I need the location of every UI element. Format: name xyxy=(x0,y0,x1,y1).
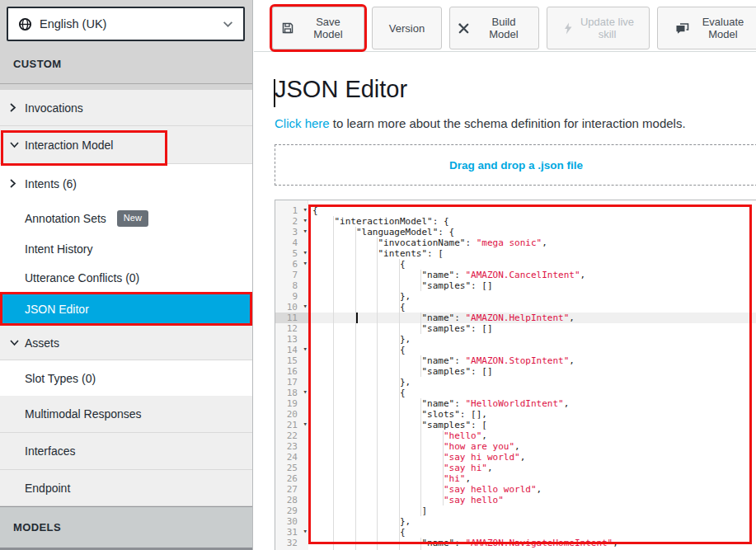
line-number: 10▾ xyxy=(275,302,308,313)
fold-arrow-icon[interactable]: ▾ xyxy=(303,215,308,226)
fold-arrow-icon[interactable]: ▾ xyxy=(303,344,308,355)
code-text[interactable]: { xyxy=(308,345,756,355)
fold-arrow-icon[interactable]: ▾ xyxy=(303,301,308,312)
code-text[interactable]: { xyxy=(308,388,756,398)
sidebar-item-label: Annotation Sets xyxy=(25,212,106,225)
code-line-1: 1▾{ xyxy=(275,205,756,216)
version-button[interactable]: Version xyxy=(372,7,442,49)
evaluate-model-button[interactable]: Evaluate Model xyxy=(657,7,756,49)
sidebar-item-interaction-model[interactable]: Interaction Model xyxy=(0,126,252,164)
line-number: 27 xyxy=(275,484,308,495)
fold-arrow-icon[interactable]: ▾ xyxy=(303,419,308,430)
code-text[interactable]: "name": "AMAZON.CancelIntent", xyxy=(308,270,756,280)
code-text[interactable]: "interactionModel": { xyxy=(308,216,756,227)
line-number: 29 xyxy=(275,505,308,516)
code-text[interactable]: }, xyxy=(308,334,756,345)
code-text[interactable]: "intents": [ xyxy=(308,248,756,259)
code-text[interactable]: }, xyxy=(308,377,756,388)
sidebar-header-models: MODELS xyxy=(0,506,252,550)
code-text[interactable]: { xyxy=(308,205,756,216)
code-text[interactable]: "say hi", xyxy=(308,463,756,473)
code-text[interactable]: "invocationName": "mega sonic", xyxy=(308,237,756,248)
code-text[interactable]: { xyxy=(308,302,756,313)
code-line-28: 28"say hello" xyxy=(275,495,756,505)
code-text[interactable]: "name": "AMAZON.NavigateHomeIntent", xyxy=(308,538,756,548)
line-number: 24 xyxy=(275,452,308,463)
sidebar-item-slot-types-0[interactable]: Slot Types (0) xyxy=(0,360,252,396)
line-number: 25 xyxy=(275,463,308,473)
line-number: 21▾ xyxy=(275,420,308,430)
code-text[interactable]: "hi", xyxy=(308,473,756,484)
fold-arrow-icon[interactable]: ▾ xyxy=(303,204,308,215)
line-number: 12 xyxy=(275,323,308,334)
click-here-link[interactable]: Click here xyxy=(275,116,330,130)
code-text[interactable]: "samples": [ xyxy=(308,420,756,430)
code-line-8: 8"samples": [] xyxy=(275,280,756,291)
code-text[interactable]: "samples": [] xyxy=(308,366,756,377)
language-selector[interactable]: English (UK) xyxy=(7,7,245,41)
save-model-button[interactable]: Save Model xyxy=(272,7,364,49)
build-icon xyxy=(458,22,470,35)
code-text[interactable]: { xyxy=(308,259,756,270)
fold-arrow-icon[interactable]: ▾ xyxy=(303,387,308,397)
fold-arrow-icon[interactable]: ▾ xyxy=(303,247,308,258)
fold-arrow-icon[interactable]: ▾ xyxy=(303,526,308,537)
line-number: 18▾ xyxy=(275,388,308,398)
sidebar-item-label: Slot Types (0) xyxy=(25,372,96,385)
code-line-18: 18▾{ xyxy=(275,388,756,398)
sidebar-item-multimodal-responses[interactable]: Multimodal Responses xyxy=(0,396,252,433)
sidebar-item-assets[interactable]: Assets xyxy=(0,326,252,360)
code-text[interactable]: { xyxy=(308,527,756,538)
sidebar-item-json-editor[interactable]: JSON Editor xyxy=(0,292,252,326)
code-text[interactable]: "languageModel": { xyxy=(308,227,756,237)
code-text[interactable]: "slots": [], xyxy=(308,409,756,420)
schema-help-rest: to learn more about the schema definitio… xyxy=(330,116,686,130)
code-text[interactable]: "name": "AMAZON.StopIntent", xyxy=(308,355,756,366)
code-text[interactable]: "how are you", xyxy=(308,441,756,452)
app-window: English (UK) CUSTOM InvocationsInteracti… xyxy=(0,0,756,550)
code-text[interactable]: "say hello" xyxy=(308,495,756,505)
code-line-22: 22"hello", xyxy=(275,430,756,441)
code-line-17: 17}, xyxy=(275,377,756,388)
code-text[interactable]: }, xyxy=(308,516,756,527)
code-text[interactable]: "say hello world", xyxy=(308,484,756,495)
sidebar-item-invocations[interactable]: Invocations xyxy=(0,90,252,126)
code-text[interactable]: "hello", xyxy=(308,430,756,441)
code-text[interactable]: "name": "AMAZON.HelpIntent", xyxy=(308,313,756,323)
json-dropzone[interactable]: Drag and drop a .json file xyxy=(275,144,756,186)
sidebar-item-annotation-sets[interactable]: Annotation SetsNew xyxy=(0,203,252,233)
sidebar-item-intents-6[interactable]: Intents (6) xyxy=(0,164,252,203)
sidebar-item-endpoint[interactable]: Endpoint xyxy=(0,470,252,506)
dropzone-label: Drag and drop a .json file xyxy=(449,159,583,172)
sidebar-item-utterance-conflicts-0[interactable]: Utterance Conflicts (0) xyxy=(0,264,252,292)
code-line-5: 5▾"intents": [ xyxy=(275,248,756,259)
new-badge: New xyxy=(117,210,148,227)
code-text[interactable]: "samples": [] xyxy=(308,280,756,291)
code-line-6: 6▾{ xyxy=(275,259,756,270)
code-line-21: 21▾"samples": [ xyxy=(275,420,756,430)
line-number: 7 xyxy=(275,270,308,280)
toolbar: Save ModelVersionBuild ModelUpdate live … xyxy=(254,0,756,52)
fold-arrow-icon[interactable]: ▾ xyxy=(303,226,308,237)
code-text[interactable]: "say hi world", xyxy=(308,452,756,463)
line-number: 16 xyxy=(275,366,308,377)
code-text[interactable]: }, xyxy=(308,291,756,302)
code-line-24: 24"say hi world", xyxy=(275,452,756,463)
code-text[interactable]: ] xyxy=(308,505,756,516)
code-text[interactable]: "name": "HelloWorldIntent", xyxy=(308,398,756,409)
fold-arrow-icon[interactable]: ▾ xyxy=(303,258,308,269)
line-number: 22 xyxy=(275,430,308,441)
sidebar-item-interfaces[interactable]: Interfaces xyxy=(0,433,252,470)
button-label: Save Model xyxy=(301,16,355,40)
main-panel: Save ModelVersionBuild ModelUpdate live … xyxy=(254,0,756,550)
update-live-skill-button[interactable]: Update live skill xyxy=(547,7,650,49)
code-text[interactable]: "samples": [] xyxy=(308,323,756,334)
build-model-button[interactable]: Build Model xyxy=(449,7,539,49)
code-line-15: 15"name": "AMAZON.StopIntent", xyxy=(275,355,756,366)
json-code-editor[interactable]: 1▾{2▾"interactionModel": {3▾"languageMod… xyxy=(275,200,756,550)
line-number: 28 xyxy=(275,495,308,505)
sidebar-item-intent-history[interactable]: Intent History xyxy=(0,233,252,264)
code-line-27: 27"say hello world", xyxy=(275,484,756,495)
code-line-29: 29] xyxy=(275,505,756,516)
code-line-9: 9}, xyxy=(275,291,756,302)
